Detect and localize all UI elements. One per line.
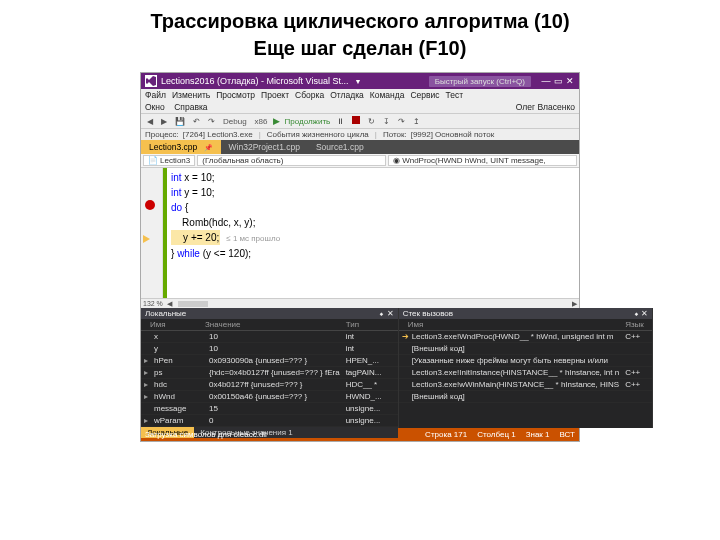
locals-head-type[interactable]: Тип <box>343 319 398 330</box>
frame-icon <box>399 367 409 378</box>
menu-project[interactable]: Проект <box>261 90 289 100</box>
tab-source1[interactable]: Source1.cpp <box>308 140 372 154</box>
scroll-right-icon[interactable]: ▶ <box>572 300 577 308</box>
expand-icon[interactable]: ▸ <box>141 355 151 366</box>
panel-pin-icon[interactable]: ⬥ <box>634 309 639 318</box>
locals-row[interactable]: ▸hdc0x4b0127ff {unused=??? }HDC__ * <box>141 379 398 391</box>
undo-icon[interactable]: ↶ <box>191 117 202 126</box>
signed-in-user[interactable]: Олег Власенко <box>516 102 575 112</box>
panel-pin-icon[interactable]: ⬥ <box>379 309 384 318</box>
continue-icon[interactable]: ▶ <box>273 116 280 126</box>
tab-win32project1[interactable]: Win32Project1.cpp <box>221 140 308 154</box>
editor-scrollbar[interactable]: 132 % ◀ ▶ <box>141 298 579 308</box>
expand-icon[interactable] <box>141 331 151 342</box>
step-over-icon[interactable]: ↷ <box>396 117 407 126</box>
nav-func[interactable]: ◉ WndProc(HWND hWnd, UINT message, <box>388 155 577 166</box>
callstack-panel: Стек вызовов⬥ ✕ Имя Язык ➔Lection3.exe!W… <box>399 308 654 428</box>
expand-icon[interactable]: ▸ <box>141 415 151 426</box>
tab-lection3[interactable]: Lection3.cpp 📌 <box>141 140 221 154</box>
callstack-row[interactable]: [Внешний код] <box>399 391 653 403</box>
expand-icon[interactable]: ▸ <box>141 379 151 390</box>
nav-fwd-icon[interactable]: ▶ <box>159 117 169 126</box>
expand-icon[interactable]: ▸ <box>141 391 151 402</box>
callstack-row[interactable]: Lection3.exe!wWinMain(HINSTANCE__ * hIns… <box>399 379 653 391</box>
thread-label: Поток: <box>383 130 407 139</box>
menu-debug[interactable]: Отладка <box>330 90 364 100</box>
pin-icon[interactable]: 📌 <box>204 144 213 151</box>
editor[interactable]: int x = 10; int y = 10; do { Romb(hdc, x… <box>141 168 579 298</box>
frame-icon <box>399 343 409 354</box>
callstack-head-lang[interactable]: Язык <box>622 319 652 330</box>
vs-window: Lections2016 (Отладка) - Microsoft Visua… <box>140 72 580 442</box>
menu-view[interactable]: Просмотр <box>216 90 255 100</box>
scroll-left-icon[interactable]: ◀ <box>167 300 172 308</box>
titlebar: Lections2016 (Отладка) - Microsoft Visua… <box>141 73 579 89</box>
panel-close-icon[interactable]: ✕ <box>641 309 648 318</box>
close-button[interactable]: ✕ <box>565 76 575 86</box>
nav-back-icon[interactable]: ◀ <box>145 117 155 126</box>
perf-tip: ≤ 1 мс прошло <box>226 234 280 243</box>
menu-edit[interactable]: Изменить <box>172 90 210 100</box>
title-dropdown-icon[interactable]: ▼ <box>354 78 361 85</box>
frame-icon <box>399 379 409 390</box>
statusbar: Загрузка символов для oleacc.dll Строка … <box>141 428 579 441</box>
panels: Локальные⬥ ✕ Имя Значение Тип x10inty10i… <box>141 308 579 428</box>
expand-icon[interactable] <box>141 343 151 354</box>
panel-close-icon[interactable]: ✕ <box>387 309 394 318</box>
menubar: Файл Изменить Просмотр Проект Сборка Отл… <box>141 89 579 101</box>
current-line-icon <box>143 235 150 243</box>
process-label: Процесс: <box>145 130 179 139</box>
locals-head-name[interactable]: Имя <box>147 319 202 330</box>
menu-file[interactable]: Файл <box>145 90 166 100</box>
callstack-row[interactable]: [Внешний код] <box>399 343 653 355</box>
step-out-icon[interactable]: ↥ <box>411 117 422 126</box>
frame-icon: ➔ <box>399 331 409 342</box>
step-into-icon[interactable]: ↧ <box>381 117 392 126</box>
process-name[interactable]: [7264] Lection3.exe <box>183 130 253 139</box>
locals-row[interactable]: y10int <box>141 343 398 355</box>
locals-head-value[interactable]: Значение <box>202 319 343 330</box>
locals-row[interactable]: x10int <box>141 331 398 343</box>
callstack-row[interactable]: ➔Lection3.exe!WndProc(HWND__ * hWnd, uns… <box>399 331 653 343</box>
expand-icon[interactable]: ▸ <box>141 367 151 378</box>
vs-logo-icon <box>145 75 157 87</box>
menu-help[interactable]: Справка <box>174 102 207 112</box>
quick-launch[interactable]: Быстрый запуск (Ctrl+Q) <box>429 76 531 87</box>
expand-icon[interactable] <box>141 403 151 414</box>
redo-icon[interactable]: ↷ <box>206 117 217 126</box>
gutter[interactable] <box>141 168 163 298</box>
menu-tools[interactable]: Сервис <box>410 90 439 100</box>
locals-row[interactable]: ▸hPen0x0930090a {unused=??? }HPEN_... <box>141 355 398 367</box>
menu-team[interactable]: Команда <box>370 90 405 100</box>
locals-panel: Локальные⬥ ✕ Имя Значение Тип x10inty10i… <box>141 308 399 428</box>
locals-row[interactable]: message15unsigne... <box>141 403 398 415</box>
callstack-row[interactable]: [Указанные ниже фреймы могут быть неверн… <box>399 355 653 367</box>
menu-test[interactable]: Тест <box>446 90 464 100</box>
scroll-handle[interactable] <box>178 301 208 307</box>
nav-file[interactable]: 📄 Lection3 <box>143 155 195 166</box>
breakpoint-icon[interactable] <box>145 200 155 210</box>
config-platform[interactable]: x86 <box>253 117 270 126</box>
menu-window[interactable]: Окно <box>145 102 165 112</box>
maximize-button[interactable]: ▭ <box>553 76 563 86</box>
toolbar: ◀ ▶ 💾 ↶ ↷ Debug x86 ▶ Продолжить ⏸ ↻ ↧ ↷… <box>141 113 579 129</box>
lifecycle-events[interactable]: События жизненного цикла <box>267 130 369 139</box>
code-area[interactable]: int x = 10; int y = 10; do { Romb(hdc, x… <box>167 168 579 298</box>
menu-build[interactable]: Сборка <box>295 90 324 100</box>
save-icon[interactable]: 💾 <box>173 117 187 126</box>
break-icon[interactable]: ⏸ <box>334 117 346 126</box>
minimize-button[interactable]: — <box>541 76 551 86</box>
config-debug[interactable]: Debug <box>221 117 249 126</box>
locals-row[interactable]: ▸ps{hdc=0x4b0127ff {unused=??? } fEratag… <box>141 367 398 379</box>
nav-scope[interactable]: (Глобальная область) <box>197 155 386 166</box>
locals-row[interactable]: ▸hWnd0x00150a46 {unused=??? }HWND_... <box>141 391 398 403</box>
stop-icon[interactable] <box>350 116 362 126</box>
editor-navbar: 📄 Lection3 (Глобальная область) ◉ WndPro… <box>141 154 579 168</box>
continue-button[interactable]: Продолжить <box>284 117 330 126</box>
thread-name[interactable]: [9992] Основной поток <box>411 130 495 139</box>
callstack-head-name[interactable]: Имя <box>405 319 623 330</box>
zoom-level[interactable]: 132 % <box>143 300 163 307</box>
restart-icon[interactable]: ↻ <box>366 117 377 126</box>
locals-row[interactable]: ▸wParam0unsigne... <box>141 415 398 427</box>
callstack-row[interactable]: Lection3.exe!InitInstance(HINSTANCE__ * … <box>399 367 653 379</box>
